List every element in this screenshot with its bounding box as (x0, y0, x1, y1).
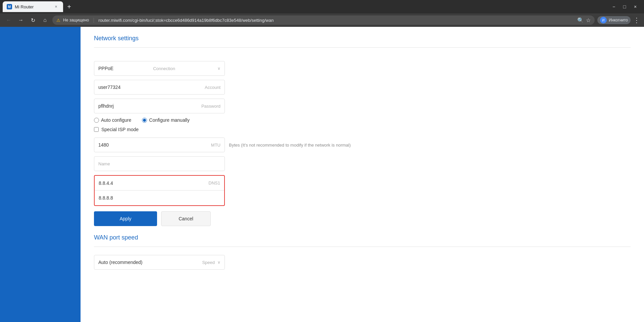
wan-speed-label-right: Speed ∨ (202, 260, 220, 265)
minimize-button[interactable]: − (610, 3, 617, 10)
checkbox-group: Special ISP mode (94, 127, 369, 132)
dns1-field[interactable]: 8.8.4.4 DNS1 (95, 176, 224, 191)
mtu-field[interactable]: 1480 MTU (94, 138, 225, 152)
connection-value: PPPoE (98, 66, 113, 71)
connection-field[interactable]: PPPoE Connection ∨ (94, 61, 225, 76)
account-field[interactable]: user77324 Account (94, 80, 225, 95)
address-bar[interactable]: ⚠ Не защищено | router.miwifi.com/cgi-bi… (52, 15, 595, 25)
security-icon: ⚠ (56, 18, 60, 23)
mtu-label: MTU (211, 143, 220, 148)
radio-auto-option[interactable]: Auto configure (94, 117, 131, 123)
password-field[interactable]: pflhdnrj Password (94, 99, 225, 113)
name-field[interactable]: Name (94, 156, 225, 171)
cancel-button[interactable]: Cancel (161, 211, 211, 226)
special-isp-checkbox[interactable] (94, 127, 99, 132)
forward-button[interactable]: → (16, 15, 26, 25)
dns1-value: 8.8.4.4 (99, 180, 113, 186)
dns-group: 8.8.4.4 DNS1 (94, 175, 225, 206)
password-label: Password (201, 104, 220, 109)
account-value: user77324 (98, 85, 120, 90)
mtu-row: 1480 MTU Bytes (It's not recommended to … (94, 138, 369, 152)
radio-manual-input[interactable] (142, 118, 147, 123)
section-divider (94, 47, 631, 48)
name-placeholder: Name (98, 161, 110, 166)
back-button[interactable]: ← (4, 15, 13, 25)
radio-auto-label: Auto configure (101, 117, 131, 123)
connection-chevron-icon: ∨ (217, 66, 220, 71)
main-content: Network settings PPPoE Connection ∨ user… (81, 27, 644, 322)
profile-avatar: И (600, 17, 607, 23)
radio-group: Auto configure Configure manually (94, 117, 369, 123)
address-right-icons: 🔍 ☆ (577, 17, 591, 23)
dns1-label: DNS1 (208, 180, 220, 185)
account-row: user77324 Account (94, 80, 369, 95)
reload-button[interactable]: ↻ (28, 15, 38, 25)
tab-bar: M Mi Router × + − □ × (0, 0, 644, 13)
network-settings-title: Network settings (94, 35, 631, 42)
wan-speed-chevron-icon: ∨ (217, 260, 220, 265)
profile-button[interactable]: И Инкогнито (597, 16, 631, 24)
account-label: Account (205, 85, 220, 90)
browser-chrome: M Mi Router × + − □ × ← → ↻ ⌂ ⚠ Не защищ… (0, 0, 644, 27)
wan-divider (94, 247, 631, 247)
wan-speed-value: Auto (recommended) (98, 260, 202, 265)
password-row: pflhdnrj Password (94, 99, 369, 113)
search-icon[interactable]: 🔍 (577, 17, 584, 23)
network-settings-section: Network settings (81, 27, 644, 61)
page-layout: Network settings PPPoE Connection ∨ user… (0, 27, 644, 322)
url-text: router.miwifi.com/cgi-bin/luci/;stok=cbc… (98, 18, 575, 23)
close-window-button[interactable]: × (632, 3, 639, 10)
radio-manual-option[interactable]: Configure manually (142, 117, 190, 123)
name-row: Name (94, 156, 369, 171)
separator: | (93, 17, 94, 23)
profile-label: Инкогнито (609, 18, 628, 22)
tab-close-button[interactable]: × (53, 4, 59, 10)
tab-favicon: M (7, 4, 12, 9)
wan-form-area: Auto (recommended) Speed ∨ (94, 255, 396, 270)
wan-port-speed-title: WAN port speed (94, 234, 631, 241)
browser-menu-icon[interactable]: ⋮ (633, 16, 640, 24)
security-text: Не защищено (63, 18, 89, 22)
connection-row: PPPoE Connection ∨ (94, 61, 369, 76)
home-button[interactable]: ⌂ (40, 15, 50, 25)
mtu-value: 1480 (98, 142, 109, 148)
password-value: pflhdnrj (98, 103, 114, 109)
apply-button[interactable]: Apply (94, 211, 157, 226)
wan-speed-label: Speed (202, 260, 215, 265)
bookmark-icon[interactable]: ☆ (586, 17, 591, 23)
tab-title: Mi Router (15, 4, 50, 9)
radio-manual-label: Configure manually (149, 117, 190, 123)
radio-auto-input[interactable] (94, 118, 99, 123)
wan-port-speed-section: WAN port speed Auto (recommended) Speed … (81, 226, 644, 275)
address-bar-row: ← → ↻ ⌂ ⚠ Не защищено | router.miwifi.co… (0, 13, 644, 27)
maximize-button[interactable]: □ (621, 3, 628, 10)
button-row: Apply Cancel (94, 211, 369, 226)
window-controls: − □ × (610, 3, 641, 10)
dns2-input[interactable] (99, 195, 220, 201)
special-isp-label: Special ISP mode (101, 127, 139, 132)
mtu-hint: Bytes (It's not recommended to modify if… (229, 143, 351, 148)
new-tab-button[interactable]: + (64, 2, 74, 11)
active-tab[interactable]: M Mi Router × (3, 1, 63, 12)
sidebar (0, 27, 81, 322)
dns2-field[interactable] (95, 191, 224, 205)
form-area: PPPoE Connection ∨ user77324 Account pfl… (81, 61, 383, 226)
connection-label: Connection (153, 66, 175, 71)
wan-speed-field[interactable]: Auto (recommended) Speed ∨ (94, 255, 225, 270)
